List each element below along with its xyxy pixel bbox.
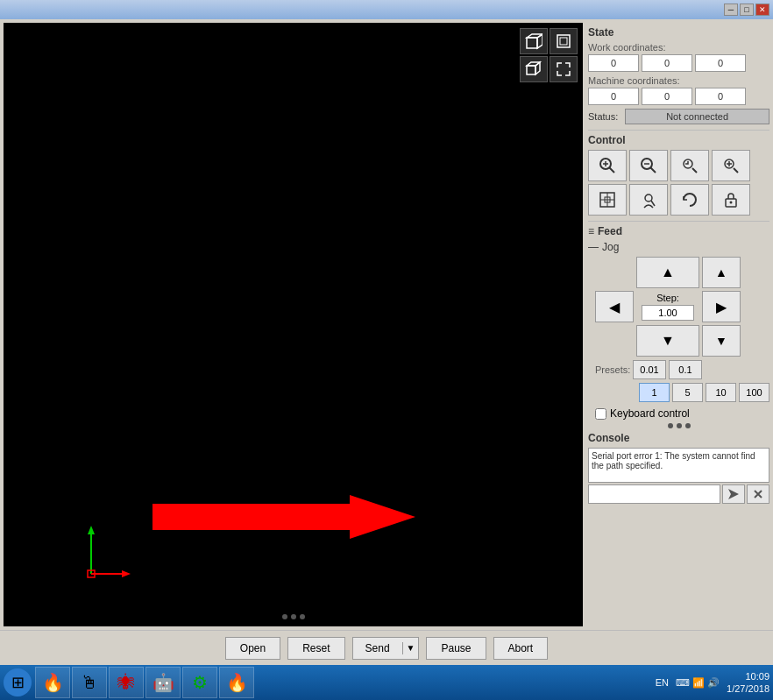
feed-header: ≡ Feed — [588, 225, 769, 237]
jog-section: — Jog ▲ ▲ ◀ Step: ▶ ▼ ▼ — [588, 241, 769, 420]
ctrl-center-button[interactable] — [588, 184, 627, 216]
jog-header: — Jog — [588, 241, 769, 253]
view-fullscreen-button[interactable] — [550, 56, 578, 82]
volume-icon: 🔊 — [707, 677, 720, 689]
time-display: 10:09 — [727, 670, 769, 682]
ctrl-lock-button[interactable] — [712, 184, 750, 216]
taskbar-app-5[interactable]: ⚙ — [182, 667, 217, 698]
svg-rect-0 — [527, 38, 537, 48]
send-button-label[interactable]: Send — [353, 642, 403, 654]
dot-3 — [300, 614, 305, 619]
step-input[interactable] — [642, 305, 694, 321]
machine-coordinates-row — [588, 88, 769, 105]
feed-icon: ≡ — [588, 225, 594, 237]
svg-rect-3 — [557, 35, 570, 47]
machine-y-input[interactable] — [642, 88, 692, 105]
taskbar-app-6[interactable]: 🔥 — [219, 667, 254, 698]
divider-2 — [588, 221, 769, 222]
work-z-input[interactable] — [695, 54, 746, 72]
view-3d-button[interactable] — [520, 28, 548, 54]
console-send-button[interactable] — [722, 484, 745, 504]
pause-button[interactable]: Pause — [426, 637, 486, 660]
svg-marker-34 — [728, 489, 739, 499]
machine-x-input[interactable] — [588, 88, 639, 105]
send-with-arrow[interactable]: Send ▼ — [352, 637, 420, 660]
canvas-dots — [282, 614, 305, 619]
red-arrow — [152, 495, 415, 539]
preset-1-button[interactable]: 1 — [639, 383, 670, 402]
work-y-input[interactable] — [642, 54, 692, 72]
jog-z-up-button[interactable]: ▲ — [702, 257, 741, 288]
title-bar: ─ □ ✕ — [0, 0, 773, 19]
control-section-title: Control — [588, 134, 769, 146]
jog-left-button[interactable]: ◀ — [595, 291, 634, 322]
machine-z-input[interactable] — [695, 88, 746, 105]
bottom-toolbar: Open Reset Send ▼ Pause Abort — [0, 630, 773, 665]
console-input[interactable] — [588, 484, 720, 504]
open-button[interactable]: Open — [225, 637, 280, 660]
jog-down-button[interactable]: ▼ — [636, 325, 699, 357]
ctrl-run-button[interactable] — [629, 184, 668, 216]
abort-button[interactable]: Abort — [493, 637, 549, 660]
preset-001-button[interactable]: 0.01 — [633, 360, 666, 379]
preset-10-button[interactable]: 10 — [706, 383, 736, 402]
taskbar-right: EN ⌨ 📶 🔊 10:09 1/27/2018 — [656, 670, 769, 696]
keyboard-ctrl-checkbox[interactable] — [595, 408, 606, 420]
taskbar-app-2[interactable]: 🖱 — [72, 667, 107, 698]
taskbar-apps: 🔥 🖱 🕷 🤖 ⚙ 🔥 — [35, 667, 652, 698]
start-button[interactable]: ⊞ — [4, 668, 32, 696]
jog-z-down-button[interactable]: ▼ — [702, 325, 741, 357]
console-title: Console — [588, 432, 769, 444]
svg-line-23 — [734, 168, 738, 173]
dot-c — [685, 423, 691, 428]
state-section-title: State — [588, 26, 769, 39]
view-row-bottom — [520, 56, 578, 82]
ctrl-home-button[interactable] — [670, 184, 709, 216]
dot-1 — [282, 614, 287, 619]
console-section: Console Serial port error 1: The system … — [588, 432, 769, 504]
svg-rect-4 — [560, 38, 567, 45]
console-clear-button[interactable] — [747, 484, 769, 504]
ctrl-zoom-in-button[interactable] — [588, 150, 627, 181]
step-label: Step: — [656, 293, 679, 303]
taskbar: ⊞ 🔥 🖱 🕷 🤖 ⚙ 🔥 EN ⌨ 📶 🔊 10:09 1/27/2018 — [0, 665, 773, 700]
view-iso-button[interactable] — [520, 56, 548, 82]
console-message: Serial port error 1: The system cannot f… — [592, 451, 755, 470]
status-row: Status: Not connected — [588, 109, 769, 124]
svg-marker-9 — [88, 526, 95, 534]
jog-title: Jog — [602, 241, 619, 253]
work-coordinates-row — [588, 54, 769, 72]
maximize-button[interactable]: □ — [740, 4, 754, 16]
ctrl-zoom-out-button[interactable] — [629, 150, 668, 181]
work-x-input[interactable] — [588, 54, 639, 72]
taskbar-icons: ⌨ 📶 🔊 — [676, 677, 720, 689]
feed-title: Feed — [598, 225, 622, 237]
taskbar-app-4[interactable]: 🤖 — [145, 667, 181, 698]
close-button[interactable]: ✕ — [755, 4, 769, 16]
date-display: 1/27/2018 — [727, 682, 769, 695]
jog-grid: ▲ ▲ ◀ Step: ▶ ▼ ▼ — [595, 257, 769, 357]
preset-5-button[interactable]: 5 — [672, 383, 703, 402]
minimize-button[interactable]: ─ — [724, 4, 738, 16]
status-badge: Not connected — [625, 109, 769, 124]
jog-up-button[interactable]: ▲ — [636, 257, 699, 288]
status-label: Status: — [588, 111, 618, 122]
jog-right-button[interactable]: ▶ — [702, 291, 741, 322]
taskbar-app-3[interactable]: 🕷 — [109, 667, 144, 698]
view-box-button[interactable] — [550, 28, 578, 54]
svg-line-18 — [651, 168, 656, 173]
preset-01-button[interactable]: 0.1 — [669, 360, 702, 379]
divider-1 — [588, 130, 769, 131]
send-dropdown-arrow[interactable]: ▼ — [403, 643, 419, 653]
work-coordinates-label: Work coordinates: — [588, 42, 769, 53]
network-icon: 📶 — [692, 677, 705, 689]
ctrl-fit-button[interactable] — [670, 150, 709, 181]
dot-a — [668, 423, 673, 428]
ctrl-tool-button[interactable] — [712, 150, 750, 181]
preset-100-button[interactable]: 100 — [739, 383, 769, 402]
reset-button[interactable]: Reset — [287, 637, 344, 660]
title-bar-buttons: ─ □ ✕ — [724, 4, 769, 16]
taskbar-app-1[interactable]: 🔥 — [35, 667, 70, 698]
svg-line-21 — [692, 168, 697, 173]
taskbar-time: 10:09 1/27/2018 — [727, 670, 769, 696]
